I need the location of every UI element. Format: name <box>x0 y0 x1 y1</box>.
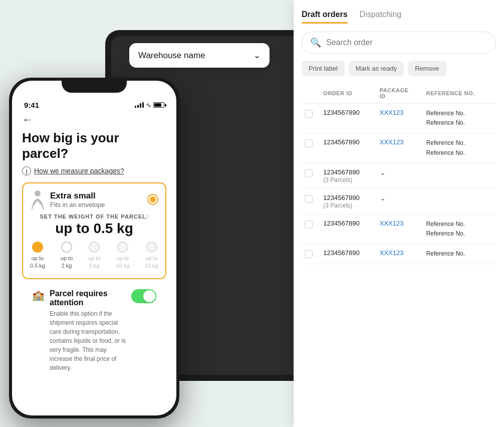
tabs-container: Draft orders Dispatching <box>302 10 496 24</box>
package-header: Extra small Fits in an envelope <box>30 189 158 209</box>
chevron-down-icon: ⌄ <box>254 50 261 61</box>
phone-page-title: How big is your parcel? <box>22 130 166 161</box>
attention-content: Parcel requires attention Enable this op… <box>50 289 126 372</box>
weight-value: up to 0.5 kg <box>30 221 158 237</box>
info-link-text: How we measure packages? <box>34 167 124 175</box>
table-row: 1234567890 XXX123 Reference No.Reference… <box>302 214 496 244</box>
package-id-cell[interactable]: XXX123 <box>377 214 423 244</box>
col-header-order-id: ORDER ID <box>320 83 376 104</box>
order-id-cell: 1234567890 <box>320 133 376 163</box>
weight-option-0[interactable]: up to0.5 kg <box>30 242 45 269</box>
order-id-cell: 1234567890 <box>320 214 376 244</box>
weight-opt-label-3: up to10 kg <box>116 255 129 269</box>
package-header-left: Extra small Fits in an envelope <box>30 189 105 209</box>
print-label-button[interactable]: Print label <box>302 61 345 76</box>
signal-bars-icon <box>135 102 144 108</box>
phone: 9:41 ∿ ← How big is your parcel? i <box>9 78 179 418</box>
weight-options: up to0.5 kg up to2 kg up to5 kg up to10 … <box>30 242 158 269</box>
weight-opt-label-1: up to2 kg <box>61 255 73 269</box>
weight-label: SET THE WEIGHT OF THE PARCEL: <box>30 213 158 220</box>
phone-notch <box>62 78 127 93</box>
expand-icon[interactable]: ⌄ <box>380 194 386 202</box>
package-id-cell: ⌄ <box>377 188 423 214</box>
radio-inner <box>150 196 156 202</box>
col-header-package-id: PACKAGEID <box>377 83 423 104</box>
order-table: ORDER ID PACKAGEID REFERENCE NO. 1234567… <box>302 83 496 264</box>
svg-point-0 <box>35 190 41 196</box>
search-bar: 🔍 <box>302 32 496 54</box>
order-id-cell: 1234567890(3 Parcels) <box>320 163 376 188</box>
package-name-desc: Extra small Fits in an envelope <box>50 191 105 208</box>
remove-button[interactable]: Remove <box>408 61 446 76</box>
weight-radio-3 <box>117 242 128 253</box>
package-desc: Fits in an envelope <box>50 201 105 208</box>
tab-dispatching[interactable]: Dispatching <box>360 10 402 24</box>
attention-section: 🏫 Parcel requires attention Enable this … <box>22 283 166 378</box>
weight-radio-0[interactable] <box>32 242 43 253</box>
tab-draft-orders[interactable]: Draft orders <box>302 10 348 24</box>
order-id-cell: 1234567890 <box>320 104 376 133</box>
weight-option-4: up to15 kg <box>145 242 158 269</box>
order-id-cell: 1234567890(3 Parcels) <box>320 188 376 214</box>
search-icon: 🔍 <box>310 37 321 48</box>
package-id-cell[interactable]: XXX123 <box>377 244 423 264</box>
phone-screen: 9:41 ∿ ← How big is your parcel? i <box>12 81 176 415</box>
status-icons: ∿ <box>135 101 164 109</box>
weight-option-2: up to5 kg <box>88 242 100 269</box>
weight-radio-2 <box>89 242 100 253</box>
weight-opt-label-0: up to0.5 kg <box>30 255 45 269</box>
row-checkbox[interactable] <box>305 195 313 203</box>
package-id-cell: ⌄ <box>377 163 423 188</box>
right-panel: Draft orders Dispatching 🔍 Print label M… <box>294 0 504 427</box>
reference-no-cell: Reference No.Reference No. <box>423 104 496 133</box>
reference-no-cell <box>423 188 496 214</box>
package-card: Extra small Fits in an envelope SET THE … <box>22 182 166 279</box>
weight-radio-1[interactable] <box>61 242 72 253</box>
table-row: 1234567890(3 Parcels) ⌄ <box>302 188 496 214</box>
reference-no-cell: Reference No. <box>423 244 496 264</box>
battery-icon <box>153 102 164 108</box>
table-row: 1234567890(3 Parcels) ⌄ <box>302 163 496 188</box>
toggle-container[interactable] <box>131 289 156 303</box>
attention-title: Parcel requires attention <box>50 289 126 307</box>
attention-icon: 🏫 <box>32 289 45 301</box>
reference-no-cell: Reference No.Reference No. <box>423 133 496 163</box>
package-id-cell[interactable]: XXX123 <box>377 104 423 133</box>
attention-desc: Enable this option if the shipment requi… <box>50 309 126 372</box>
action-buttons: Print label Mark as ready Remove <box>302 61 496 76</box>
order-id-cell: 1234567890 <box>320 244 376 264</box>
weight-option-1[interactable]: up to2 kg <box>61 242 73 269</box>
radio-selected[interactable] <box>147 194 158 205</box>
back-button[interactable]: ← <box>22 113 33 126</box>
warehouse-dropdown-label: Warehouse name <box>138 51 205 61</box>
status-time: 9:41 <box>24 101 39 109</box>
package-id-cell[interactable]: XXX123 <box>377 133 423 163</box>
weight-opt-label-4: up to15 kg <box>145 255 158 269</box>
reference-no-cell: Reference No.Reference No. <box>423 214 496 244</box>
phone-content: ← How big is your parcel? i How we measu… <box>12 113 176 378</box>
reference-no-cell <box>423 163 496 188</box>
weight-radio-4 <box>146 242 157 253</box>
info-icon: i <box>22 166 31 175</box>
search-input[interactable] <box>326 38 487 47</box>
row-checkbox[interactable] <box>305 139 313 147</box>
table-row: 1234567890 XXX123 Reference No.Reference… <box>302 133 496 163</box>
table-row: 1234567890 XXX123 Reference No. <box>302 244 496 264</box>
row-checkbox[interactable] <box>305 110 313 118</box>
row-checkbox[interactable] <box>305 250 313 258</box>
table-row: 1234567890 XXX123 Reference No.Reference… <box>302 104 496 133</box>
weight-opt-label-2: up to5 kg <box>88 255 100 269</box>
row-checkbox[interactable] <box>305 221 313 229</box>
warehouse-dropdown[interactable]: Warehouse name ⌄ <box>129 43 270 68</box>
info-link[interactable]: i How we measure packages? <box>22 166 166 175</box>
mark-ready-button[interactable]: Mark as ready <box>349 61 404 76</box>
person-icon <box>30 189 45 209</box>
col-header-reference-no: REFERENCE NO. <box>423 83 496 104</box>
row-checkbox[interactable] <box>305 169 313 177</box>
expand-icon[interactable]: ⌄ <box>380 168 386 176</box>
wifi-icon: ∿ <box>146 101 151 109</box>
col-header-checkbox <box>302 83 320 104</box>
attention-toggle[interactable] <box>131 289 156 303</box>
weight-option-3: up to10 kg <box>116 242 129 269</box>
toggle-knob <box>143 290 155 302</box>
